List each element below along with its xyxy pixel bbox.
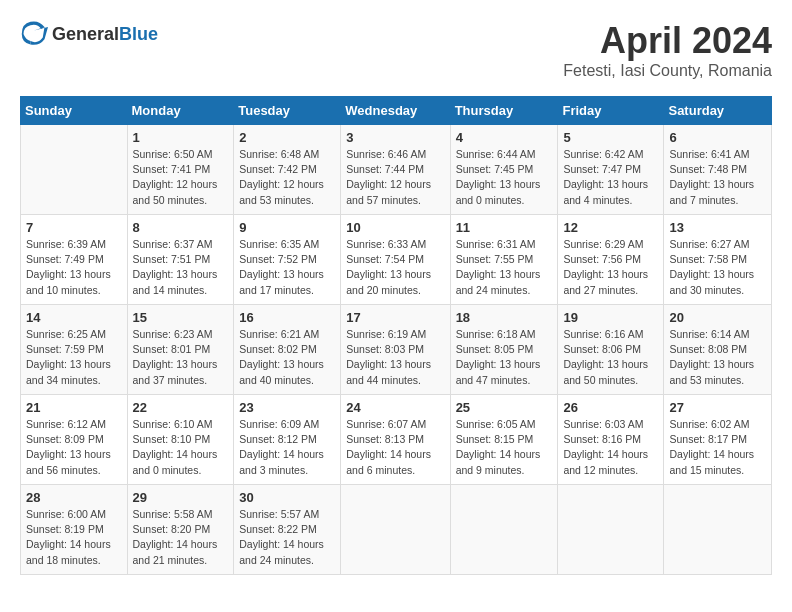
calendar-cell: 11Sunrise: 6:31 AMSunset: 7:55 PMDayligh…	[450, 215, 558, 305]
calendar-cell: 12Sunrise: 6:29 AMSunset: 7:56 PMDayligh…	[558, 215, 664, 305]
day-info: Sunrise: 6:10 AMSunset: 8:10 PMDaylight:…	[133, 417, 229, 478]
day-number: 14	[26, 310, 122, 325]
day-number: 6	[669, 130, 766, 145]
calendar-cell	[21, 125, 128, 215]
day-info: Sunrise: 6:25 AMSunset: 7:59 PMDaylight:…	[26, 327, 122, 388]
day-number: 25	[456, 400, 553, 415]
calendar-week-row: 14Sunrise: 6:25 AMSunset: 7:59 PMDayligh…	[21, 305, 772, 395]
calendar-cell: 4Sunrise: 6:44 AMSunset: 7:45 PMDaylight…	[450, 125, 558, 215]
calendar-cell: 18Sunrise: 6:18 AMSunset: 8:05 PMDayligh…	[450, 305, 558, 395]
weekday-header: Friday	[558, 97, 664, 125]
calendar-cell: 6Sunrise: 6:41 AMSunset: 7:48 PMDaylight…	[664, 125, 772, 215]
logo-icon	[20, 20, 48, 48]
day-info: Sunrise: 6:50 AMSunset: 7:41 PMDaylight:…	[133, 147, 229, 208]
weekday-header: Saturday	[664, 97, 772, 125]
weekday-header-row: SundayMondayTuesdayWednesdayThursdayFrid…	[21, 97, 772, 125]
calendar-cell: 14Sunrise: 6:25 AMSunset: 7:59 PMDayligh…	[21, 305, 128, 395]
day-number: 30	[239, 490, 335, 505]
weekday-header: Thursday	[450, 97, 558, 125]
calendar-cell: 28Sunrise: 6:00 AMSunset: 8:19 PMDayligh…	[21, 485, 128, 575]
day-number: 23	[239, 400, 335, 415]
day-number: 26	[563, 400, 658, 415]
day-number: 20	[669, 310, 766, 325]
logo-general: General	[52, 25, 119, 43]
weekday-header: Monday	[127, 97, 234, 125]
page-header: General Blue April 2024 Fetesti, Iasi Co…	[20, 20, 772, 80]
day-number: 5	[563, 130, 658, 145]
day-number: 2	[239, 130, 335, 145]
day-number: 28	[26, 490, 122, 505]
calendar-cell	[664, 485, 772, 575]
title-section: April 2024 Fetesti, Iasi County, Romania	[563, 20, 772, 80]
day-info: Sunrise: 6:27 AMSunset: 7:58 PMDaylight:…	[669, 237, 766, 298]
calendar-cell: 5Sunrise: 6:42 AMSunset: 7:47 PMDaylight…	[558, 125, 664, 215]
day-number: 12	[563, 220, 658, 235]
day-number: 13	[669, 220, 766, 235]
calendar-title: April 2024	[563, 20, 772, 62]
day-number: 17	[346, 310, 444, 325]
calendar-cell: 13Sunrise: 6:27 AMSunset: 7:58 PMDayligh…	[664, 215, 772, 305]
day-info: Sunrise: 6:09 AMSunset: 8:12 PMDaylight:…	[239, 417, 335, 478]
day-info: Sunrise: 6:23 AMSunset: 8:01 PMDaylight:…	[133, 327, 229, 388]
day-info: Sunrise: 6:42 AMSunset: 7:47 PMDaylight:…	[563, 147, 658, 208]
day-number: 22	[133, 400, 229, 415]
calendar-cell: 24Sunrise: 6:07 AMSunset: 8:13 PMDayligh…	[341, 395, 450, 485]
day-info: Sunrise: 6:44 AMSunset: 7:45 PMDaylight:…	[456, 147, 553, 208]
day-info: Sunrise: 6:33 AMSunset: 7:54 PMDaylight:…	[346, 237, 444, 298]
calendar-cell: 3Sunrise: 6:46 AMSunset: 7:44 PMDaylight…	[341, 125, 450, 215]
day-info: Sunrise: 6:12 AMSunset: 8:09 PMDaylight:…	[26, 417, 122, 478]
calendar-cell	[450, 485, 558, 575]
day-number: 24	[346, 400, 444, 415]
day-info: Sunrise: 6:00 AMSunset: 8:19 PMDaylight:…	[26, 507, 122, 568]
calendar-cell: 1Sunrise: 6:50 AMSunset: 7:41 PMDaylight…	[127, 125, 234, 215]
day-info: Sunrise: 6:41 AMSunset: 7:48 PMDaylight:…	[669, 147, 766, 208]
logo: General Blue	[20, 20, 158, 48]
logo-text: General Blue	[52, 25, 158, 43]
calendar-cell: 25Sunrise: 6:05 AMSunset: 8:15 PMDayligh…	[450, 395, 558, 485]
day-info: Sunrise: 5:57 AMSunset: 8:22 PMDaylight:…	[239, 507, 335, 568]
calendar-cell: 30Sunrise: 5:57 AMSunset: 8:22 PMDayligh…	[234, 485, 341, 575]
day-info: Sunrise: 6:05 AMSunset: 8:15 PMDaylight:…	[456, 417, 553, 478]
day-number: 11	[456, 220, 553, 235]
calendar-week-row: 1Sunrise: 6:50 AMSunset: 7:41 PMDaylight…	[21, 125, 772, 215]
day-info: Sunrise: 6:39 AMSunset: 7:49 PMDaylight:…	[26, 237, 122, 298]
calendar-cell: 23Sunrise: 6:09 AMSunset: 8:12 PMDayligh…	[234, 395, 341, 485]
calendar-table: SundayMondayTuesdayWednesdayThursdayFrid…	[20, 96, 772, 575]
day-number: 19	[563, 310, 658, 325]
calendar-cell: 20Sunrise: 6:14 AMSunset: 8:08 PMDayligh…	[664, 305, 772, 395]
day-info: Sunrise: 6:35 AMSunset: 7:52 PMDaylight:…	[239, 237, 335, 298]
day-info: Sunrise: 6:03 AMSunset: 8:16 PMDaylight:…	[563, 417, 658, 478]
day-number: 18	[456, 310, 553, 325]
calendar-cell: 29Sunrise: 5:58 AMSunset: 8:20 PMDayligh…	[127, 485, 234, 575]
day-info: Sunrise: 6:14 AMSunset: 8:08 PMDaylight:…	[669, 327, 766, 388]
calendar-cell: 9Sunrise: 6:35 AMSunset: 7:52 PMDaylight…	[234, 215, 341, 305]
calendar-cell: 15Sunrise: 6:23 AMSunset: 8:01 PMDayligh…	[127, 305, 234, 395]
day-info: Sunrise: 6:46 AMSunset: 7:44 PMDaylight:…	[346, 147, 444, 208]
day-info: Sunrise: 6:48 AMSunset: 7:42 PMDaylight:…	[239, 147, 335, 208]
calendar-cell	[558, 485, 664, 575]
day-number: 7	[26, 220, 122, 235]
day-number: 21	[26, 400, 122, 415]
day-info: Sunrise: 5:58 AMSunset: 8:20 PMDaylight:…	[133, 507, 229, 568]
calendar-subtitle: Fetesti, Iasi County, Romania	[563, 62, 772, 80]
day-number: 16	[239, 310, 335, 325]
day-info: Sunrise: 6:29 AMSunset: 7:56 PMDaylight:…	[563, 237, 658, 298]
calendar-cell: 16Sunrise: 6:21 AMSunset: 8:02 PMDayligh…	[234, 305, 341, 395]
calendar-cell: 22Sunrise: 6:10 AMSunset: 8:10 PMDayligh…	[127, 395, 234, 485]
weekday-header: Tuesday	[234, 97, 341, 125]
calendar-cell: 21Sunrise: 6:12 AMSunset: 8:09 PMDayligh…	[21, 395, 128, 485]
calendar-cell: 8Sunrise: 6:37 AMSunset: 7:51 PMDaylight…	[127, 215, 234, 305]
day-info: Sunrise: 6:31 AMSunset: 7:55 PMDaylight:…	[456, 237, 553, 298]
calendar-cell: 17Sunrise: 6:19 AMSunset: 8:03 PMDayligh…	[341, 305, 450, 395]
calendar-cell: 10Sunrise: 6:33 AMSunset: 7:54 PMDayligh…	[341, 215, 450, 305]
calendar-cell: 2Sunrise: 6:48 AMSunset: 7:42 PMDaylight…	[234, 125, 341, 215]
day-info: Sunrise: 6:37 AMSunset: 7:51 PMDaylight:…	[133, 237, 229, 298]
day-info: Sunrise: 6:18 AMSunset: 8:05 PMDaylight:…	[456, 327, 553, 388]
day-number: 4	[456, 130, 553, 145]
day-number: 27	[669, 400, 766, 415]
day-number: 9	[239, 220, 335, 235]
day-info: Sunrise: 6:19 AMSunset: 8:03 PMDaylight:…	[346, 327, 444, 388]
day-info: Sunrise: 6:07 AMSunset: 8:13 PMDaylight:…	[346, 417, 444, 478]
calendar-cell	[341, 485, 450, 575]
calendar-cell: 27Sunrise: 6:02 AMSunset: 8:17 PMDayligh…	[664, 395, 772, 485]
